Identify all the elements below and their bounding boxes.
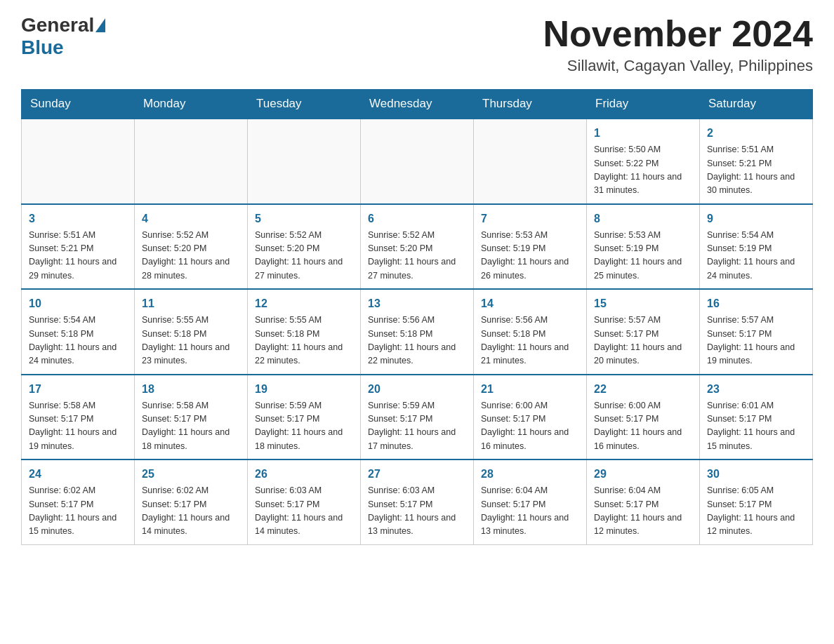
day-number: 27	[368, 466, 466, 483]
calendar-cell: 15Sunrise: 5:57 AMSunset: 5:17 PMDayligh…	[587, 289, 700, 375]
title-area: November 2024 Sillawit, Cagayan Valley, …	[543, 14, 813, 75]
day-info: Sunrise: 5:50 AMSunset: 5:22 PMDaylight:…	[594, 143, 692, 198]
calendar-cell: 28Sunrise: 6:04 AMSunset: 5:17 PMDayligh…	[474, 459, 587, 544]
calendar-cell	[474, 119, 587, 204]
calendar-cell: 8Sunrise: 5:53 AMSunset: 5:19 PMDaylight…	[587, 204, 700, 290]
calendar-cell: 20Sunrise: 5:59 AMSunset: 5:17 PMDayligh…	[361, 375, 474, 460]
day-info: Sunrise: 5:59 AMSunset: 5:17 PMDaylight:…	[368, 399, 466, 454]
calendar-cell: 2Sunrise: 5:51 AMSunset: 5:21 PMDaylight…	[700, 119, 813, 204]
calendar-cell: 18Sunrise: 5:58 AMSunset: 5:17 PMDayligh…	[135, 375, 248, 460]
weekday-header-tuesday: Tuesday	[248, 90, 361, 119]
day-number: 23	[707, 381, 805, 398]
calendar-table: SundayMondayTuesdayWednesdayThursdayFrid…	[21, 89, 813, 545]
week-row-1: 1Sunrise: 5:50 AMSunset: 5:22 PMDaylight…	[22, 119, 813, 204]
logo-triangle-icon	[95, 18, 105, 32]
day-number: 6	[368, 210, 466, 227]
day-info: Sunrise: 5:58 AMSunset: 5:17 PMDaylight:…	[29, 399, 127, 454]
day-number: 4	[142, 210, 240, 227]
day-number: 8	[594, 210, 692, 227]
day-info: Sunrise: 5:56 AMSunset: 5:18 PMDaylight:…	[368, 314, 466, 368]
day-number: 1	[594, 125, 692, 142]
day-info: Sunrise: 5:57 AMSunset: 5:17 PMDaylight:…	[707, 314, 805, 368]
calendar-cell: 3Sunrise: 5:51 AMSunset: 5:21 PMDaylight…	[22, 204, 135, 290]
calendar-cell: 19Sunrise: 5:59 AMSunset: 5:17 PMDayligh…	[248, 375, 361, 460]
calendar-cell: 1Sunrise: 5:50 AMSunset: 5:22 PMDaylight…	[587, 119, 700, 204]
calendar-cell: 4Sunrise: 5:52 AMSunset: 5:20 PMDaylight…	[135, 204, 248, 290]
weekday-header-thursday: Thursday	[474, 90, 587, 119]
day-number: 26	[255, 466, 353, 483]
day-info: Sunrise: 6:01 AMSunset: 5:17 PMDaylight:…	[707, 399, 805, 454]
calendar-cell: 23Sunrise: 6:01 AMSunset: 5:17 PMDayligh…	[700, 375, 813, 460]
day-number: 11	[142, 295, 240, 312]
logo-general-text: General	[21, 14, 94, 36]
calendar-cell: 27Sunrise: 6:03 AMSunset: 5:17 PMDayligh…	[361, 459, 474, 544]
location-title: Sillawit, Cagayan Valley, Philippines	[543, 57, 813, 75]
day-info: Sunrise: 5:53 AMSunset: 5:19 PMDaylight:…	[594, 229, 692, 283]
day-info: Sunrise: 5:51 AMSunset: 5:21 PMDaylight:…	[29, 229, 127, 283]
day-number: 13	[368, 295, 466, 312]
day-number: 22	[594, 381, 692, 398]
calendar-cell: 12Sunrise: 5:55 AMSunset: 5:18 PMDayligh…	[248, 289, 361, 375]
calendar-cell: 14Sunrise: 5:56 AMSunset: 5:18 PMDayligh…	[474, 289, 587, 375]
day-info: Sunrise: 5:58 AMSunset: 5:17 PMDaylight:…	[142, 399, 240, 454]
day-info: Sunrise: 5:52 AMSunset: 5:20 PMDaylight:…	[368, 229, 466, 283]
weekday-header-wednesday: Wednesday	[361, 90, 474, 119]
day-info: Sunrise: 5:55 AMSunset: 5:18 PMDaylight:…	[255, 314, 353, 368]
day-number: 15	[594, 295, 692, 312]
weekday-header-row: SundayMondayTuesdayWednesdayThursdayFrid…	[22, 90, 813, 119]
logo-blue-text: Blue	[21, 36, 64, 58]
calendar-cell	[361, 119, 474, 204]
day-number: 7	[481, 210, 579, 227]
calendar-cell: 25Sunrise: 6:02 AMSunset: 5:17 PMDayligh…	[135, 459, 248, 544]
calendar-cell: 10Sunrise: 5:54 AMSunset: 5:18 PMDayligh…	[22, 289, 135, 375]
day-number: 12	[255, 295, 353, 312]
calendar-cell: 16Sunrise: 5:57 AMSunset: 5:17 PMDayligh…	[700, 289, 813, 375]
day-info: Sunrise: 6:00 AMSunset: 5:17 PMDaylight:…	[481, 399, 579, 454]
day-info: Sunrise: 6:04 AMSunset: 5:17 PMDaylight:…	[481, 484, 579, 539]
day-info: Sunrise: 6:02 AMSunset: 5:17 PMDaylight:…	[142, 484, 240, 539]
day-number: 25	[142, 466, 240, 483]
calendar-cell: 9Sunrise: 5:54 AMSunset: 5:19 PMDaylight…	[700, 204, 813, 290]
day-number: 19	[255, 381, 353, 398]
weekday-header-sunday: Sunday	[22, 90, 135, 119]
day-info: Sunrise: 6:05 AMSunset: 5:17 PMDaylight:…	[707, 484, 805, 539]
day-info: Sunrise: 5:56 AMSunset: 5:18 PMDaylight:…	[481, 314, 579, 368]
day-info: Sunrise: 5:51 AMSunset: 5:21 PMDaylight:…	[707, 143, 805, 198]
week-row-4: 17Sunrise: 5:58 AMSunset: 5:17 PMDayligh…	[22, 375, 813, 460]
calendar-cell: 11Sunrise: 5:55 AMSunset: 5:18 PMDayligh…	[135, 289, 248, 375]
day-info: Sunrise: 5:54 AMSunset: 5:18 PMDaylight:…	[29, 314, 127, 368]
day-number: 3	[29, 210, 127, 227]
calendar-cell: 7Sunrise: 5:53 AMSunset: 5:19 PMDaylight…	[474, 204, 587, 290]
day-number: 28	[481, 466, 579, 483]
calendar-cell: 21Sunrise: 6:00 AMSunset: 5:17 PMDayligh…	[474, 375, 587, 460]
calendar-cell: 24Sunrise: 6:02 AMSunset: 5:17 PMDayligh…	[22, 459, 135, 544]
day-number: 16	[707, 295, 805, 312]
day-info: Sunrise: 6:02 AMSunset: 5:17 PMDaylight:…	[29, 484, 127, 539]
day-info: Sunrise: 5:53 AMSunset: 5:19 PMDaylight:…	[481, 229, 579, 283]
calendar-cell: 6Sunrise: 5:52 AMSunset: 5:20 PMDaylight…	[361, 204, 474, 290]
day-info: Sunrise: 5:52 AMSunset: 5:20 PMDaylight:…	[255, 229, 353, 283]
weekday-header-friday: Friday	[587, 90, 700, 119]
week-row-2: 3Sunrise: 5:51 AMSunset: 5:21 PMDaylight…	[22, 204, 813, 290]
day-number: 29	[594, 466, 692, 483]
week-row-3: 10Sunrise: 5:54 AMSunset: 5:18 PMDayligh…	[22, 289, 813, 375]
day-info: Sunrise: 6:00 AMSunset: 5:17 PMDaylight:…	[594, 399, 692, 454]
calendar-cell	[22, 119, 135, 204]
day-info: Sunrise: 6:03 AMSunset: 5:17 PMDaylight:…	[368, 484, 466, 539]
page-header: General Blue November 2024 Sillawit, Cag…	[21, 14, 813, 75]
day-info: Sunrise: 5:52 AMSunset: 5:20 PMDaylight:…	[142, 229, 240, 283]
day-number: 24	[29, 466, 127, 483]
calendar-cell: 13Sunrise: 5:56 AMSunset: 5:18 PMDayligh…	[361, 289, 474, 375]
day-info: Sunrise: 6:04 AMSunset: 5:17 PMDaylight:…	[594, 484, 692, 539]
day-number: 20	[368, 381, 466, 398]
calendar-cell	[135, 119, 248, 204]
calendar-cell	[248, 119, 361, 204]
day-number: 9	[707, 210, 805, 227]
day-number: 18	[142, 381, 240, 398]
calendar-cell: 5Sunrise: 5:52 AMSunset: 5:20 PMDaylight…	[248, 204, 361, 290]
day-info: Sunrise: 5:54 AMSunset: 5:19 PMDaylight:…	[707, 229, 805, 283]
week-row-5: 24Sunrise: 6:02 AMSunset: 5:17 PMDayligh…	[22, 459, 813, 544]
day-number: 21	[481, 381, 579, 398]
calendar-cell: 22Sunrise: 6:00 AMSunset: 5:17 PMDayligh…	[587, 375, 700, 460]
weekday-header-monday: Monday	[135, 90, 248, 119]
